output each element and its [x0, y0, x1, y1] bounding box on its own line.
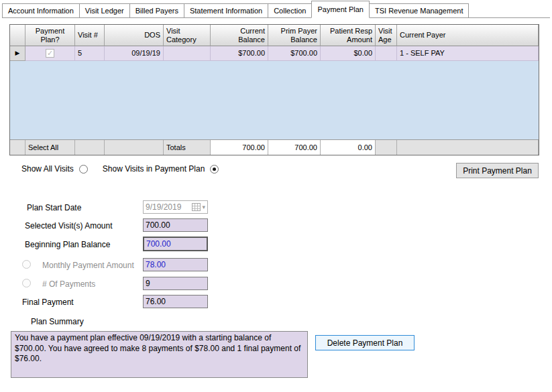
grid-header-current-payer: Current Payer — [397, 25, 539, 46]
current-balance-cell: $700.00 — [211, 46, 268, 61]
totals-label: Totals — [164, 140, 211, 155]
grid-header-patient-resp-amount: Patient Resp Amount — [321, 25, 376, 46]
footer-empty-dos — [105, 140, 164, 155]
footer-empty-visit-number — [75, 140, 105, 155]
tab-strip: Account Information Visit Ledger Billed … — [2, 1, 550, 18]
grid-header-selector — [10, 25, 25, 46]
footer-empty-visit-age — [376, 140, 397, 155]
beginning-plan-balance-field[interactable] — [143, 237, 208, 251]
tab-payment-plan[interactable]: Payment Plan — [311, 1, 369, 18]
tab-tsi-revenue-management[interactable]: TSI Revenue Management — [369, 3, 469, 17]
grid-footer-row: Select All Totals 700.00 700.00 0.00 — [10, 139, 539, 155]
checkmark-icon: ✓ — [47, 50, 53, 57]
row-selector-cell[interactable]: ▶ — [10, 46, 25, 61]
grid-empty-area — [10, 61, 539, 139]
show-all-visits-label: Show All Visits — [21, 164, 74, 174]
number-of-payments-radio[interactable] — [22, 279, 31, 287]
grid-header-visit-number: Visit # — [75, 25, 105, 46]
show-visits-in-payment-plan-radio[interactable] — [210, 165, 219, 174]
show-visits-in-payment-plan-label: Show Visits in Payment Plan — [103, 164, 205, 174]
selected-visits-amount-field[interactable] — [143, 218, 208, 232]
show-all-visits-radio[interactable] — [79, 165, 88, 174]
monthly-payment-amount-label: Monthly Payment Amount — [42, 261, 134, 270]
current-balance-total: 700.00 — [211, 140, 268, 155]
prim-payer-balance-cell: $700.00 — [268, 46, 321, 61]
footer-selector-cell — [10, 140, 25, 155]
delete-payment-plan-button[interactable]: Delete Payment Plan — [315, 335, 415, 350]
final-payment-field[interactable] — [143, 295, 208, 308]
visit-category-cell — [164, 46, 211, 61]
visits-grid: Payment Plan? Visit # DOS Visit Category… — [9, 24, 539, 155]
print-payment-plan-button[interactable]: Print Payment Plan — [456, 163, 539, 178]
final-payment-label: Final Payment — [22, 298, 74, 307]
payment-plan-cell: ✓ — [25, 46, 75, 61]
chevron-down-icon: ▾ — [202, 204, 205, 210]
prim-payer-balance-total: 700.00 — [268, 140, 321, 155]
monthly-payment-amount-field[interactable] — [143, 258, 208, 271]
tab-account-information[interactable]: Account Information — [2, 3, 80, 17]
visit-filter-options: Show All Visits Show Visits in Payment P… — [21, 164, 219, 174]
tab-visit-ledger[interactable]: Visit Ledger — [79, 3, 130, 17]
grid-header-visit-age: Visit Age — [376, 25, 397, 46]
visit-number-cell: 5 — [75, 46, 105, 61]
beginning-plan-balance-label: Beginning Plan Balance — [25, 240, 110, 249]
number-of-payments-field[interactable] — [143, 277, 208, 290]
dos-cell: 09/19/19 — [105, 46, 164, 61]
plan-start-date-value: 9/19/2019 — [146, 202, 192, 212]
grid-header-dos: DOS — [105, 25, 164, 46]
number-of-payments-label: # Of Payments — [42, 279, 95, 289]
footer-empty-current-payer — [397, 140, 539, 155]
monthly-payment-amount-radio[interactable] — [22, 260, 31, 269]
visit-age-cell — [376, 46, 397, 61]
patient-resp-amount-cell: $0.00 — [321, 46, 376, 61]
plan-summary-text: You have a payment plan effective 09/19/… — [11, 331, 308, 378]
tab-collection[interactable]: Collection — [268, 3, 312, 17]
grid-header-visit-category: Visit Category — [164, 25, 211, 46]
grid-header-prim-payer-balance: Prim Payer Balance — [268, 25, 321, 46]
row-selector-arrow-icon: ▶ — [15, 50, 20, 56]
plan-start-date-label: Plan Start Date — [27, 203, 81, 212]
payment-plan-checkbox[interactable]: ✓ — [46, 49, 54, 58]
grid-header-current-balance: Current Balance — [211, 25, 268, 46]
tab-statement-information[interactable]: Statement Information — [184, 3, 268, 17]
calendar-icon — [192, 203, 201, 211]
tab-billed-payers[interactable]: Billed Payers — [129, 3, 184, 17]
selected-visits-amount-label: Selected Visit(s) Amount — [25, 221, 113, 231]
patient-resp-amount-total: 0.00 — [321, 140, 376, 155]
plan-start-date-picker[interactable]: 9/19/2019 ▾ — [143, 200, 208, 214]
table-row[interactable]: ▶ ✓ 5 09/19/19 $700.00 $700.00 $0.00 1 -… — [10, 46, 539, 61]
select-all-button[interactable]: Select All — [25, 140, 75, 155]
grid-header-payment-plan: Payment Plan? — [25, 25, 75, 46]
grid-header-row: Payment Plan? Visit # DOS Visit Category… — [10, 25, 539, 46]
current-payer-cell: 1 - SELF PAY — [397, 46, 539, 61]
plan-summary-label: Plan Summary — [31, 317, 84, 326]
